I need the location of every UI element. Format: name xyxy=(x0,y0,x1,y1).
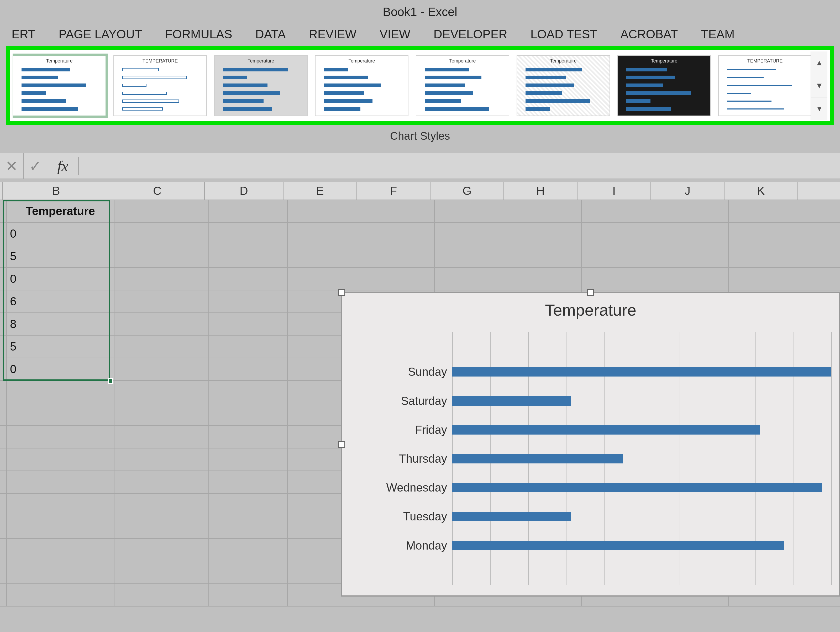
cell[interactable] xyxy=(0,494,7,516)
cell[interactable] xyxy=(361,200,435,222)
chart-styles-scroll-up[interactable]: ▲ xyxy=(811,51,827,74)
chart-styles-more[interactable]: ▾ xyxy=(811,97,827,120)
cell-B3[interactable]: 5 xyxy=(7,245,114,267)
cell[interactable] xyxy=(114,245,209,267)
cell[interactable] xyxy=(7,426,114,448)
ribbon-tab-developer[interactable]: DEVELOPER xyxy=(422,27,519,41)
cell-B2[interactable]: 0 xyxy=(7,223,114,245)
chart-bar[interactable] xyxy=(452,454,623,463)
cell[interactable] xyxy=(361,223,435,245)
col-header-C[interactable]: C xyxy=(110,182,205,199)
cell[interactable] xyxy=(114,291,209,313)
chart-style-thumb-4[interactable]: Temperature xyxy=(315,55,409,116)
cell[interactable] xyxy=(209,471,288,493)
cell[interactable] xyxy=(361,245,435,267)
cell[interactable] xyxy=(7,494,114,516)
col-header-K[interactable]: K xyxy=(725,182,798,199)
cell[interactable] xyxy=(655,223,729,245)
chart-style-thumb-1[interactable]: Temperature xyxy=(13,55,106,116)
cell[interactable] xyxy=(655,200,729,222)
chart-bar[interactable] xyxy=(452,367,831,376)
embedded-chart[interactable]: Temperature SundaySaturdayFridayThursday… xyxy=(341,292,840,597)
cell[interactable] xyxy=(114,426,209,448)
cell[interactable] xyxy=(0,336,7,358)
cell[interactable] xyxy=(508,200,582,222)
cell[interactable] xyxy=(655,245,729,267)
cell[interactable] xyxy=(209,313,288,335)
col-header-G[interactable]: G xyxy=(431,182,504,199)
cell[interactable] xyxy=(209,381,288,403)
cell[interactable] xyxy=(209,426,288,448)
cell[interactable] xyxy=(508,268,582,290)
chart-title[interactable]: Temperature xyxy=(342,293,839,327)
col-header-D[interactable]: D xyxy=(205,182,284,199)
cell[interactable] xyxy=(7,381,114,403)
cell-B5[interactable]: 6 xyxy=(7,291,114,313)
cell[interactable] xyxy=(209,539,288,561)
cell[interactable] xyxy=(0,584,7,606)
cell[interactable] xyxy=(729,200,802,222)
formula-cancel-button[interactable]: ✕ xyxy=(0,153,24,179)
formula-enter-button[interactable]: ✓ xyxy=(24,153,47,179)
cell[interactable] xyxy=(114,223,209,245)
chart-style-thumb-2[interactable]: TEMPERATURE xyxy=(114,55,207,116)
chart-style-thumb-6[interactable]: Temperature xyxy=(516,55,610,116)
col-header-B[interactable]: B xyxy=(3,182,110,199)
cell[interactable] xyxy=(508,223,582,245)
ribbon-tab-load-test[interactable]: LOAD TEST xyxy=(519,27,609,41)
chart-bar[interactable] xyxy=(452,512,571,521)
cell[interactable] xyxy=(209,336,288,358)
cell[interactable] xyxy=(209,516,288,538)
cell[interactable] xyxy=(7,449,114,471)
chart-resize-handle-top[interactable] xyxy=(587,289,594,296)
cell[interactable] xyxy=(729,245,802,267)
col-header-J[interactable]: J xyxy=(651,182,725,199)
ribbon-tab-insert[interactable]: ERT xyxy=(0,27,47,41)
cell-B6[interactable]: 8 xyxy=(7,313,114,335)
cell[interactable] xyxy=(209,358,288,380)
chart-bar[interactable] xyxy=(452,541,784,550)
cell[interactable] xyxy=(0,403,7,425)
chart-bar[interactable] xyxy=(452,483,822,492)
cell[interactable] xyxy=(114,268,209,290)
cell[interactable] xyxy=(0,200,7,222)
cell[interactable] xyxy=(582,200,655,222)
cell[interactable] xyxy=(0,539,7,561)
cell[interactable] xyxy=(0,426,7,448)
cell[interactable] xyxy=(209,268,288,290)
ribbon-tab-page-layout[interactable]: PAGE LAYOUT xyxy=(47,27,153,41)
cell[interactable] xyxy=(209,561,288,583)
cell[interactable] xyxy=(0,358,7,380)
cell-B-header[interactable]: Temperature xyxy=(7,200,114,222)
selection-handle[interactable] xyxy=(107,378,114,384)
cell[interactable] xyxy=(0,471,7,493)
chart-style-thumb-5[interactable]: Temperature xyxy=(416,55,509,116)
cell[interactable] xyxy=(582,268,655,290)
ribbon-tab-acrobat[interactable]: ACROBAT xyxy=(609,27,689,41)
cell[interactable] xyxy=(209,245,288,267)
cell[interactable] xyxy=(114,200,209,222)
cell[interactable] xyxy=(114,539,209,561)
ribbon-tab-data[interactable]: DATA xyxy=(244,27,297,41)
fx-icon[interactable]: fx xyxy=(47,157,79,175)
cell[interactable] xyxy=(288,223,361,245)
cell[interactable] xyxy=(435,245,508,267)
cell[interactable] xyxy=(114,313,209,335)
cell[interactable] xyxy=(582,245,655,267)
cell[interactable] xyxy=(209,223,288,245)
ribbon-tab-view[interactable]: VIEW xyxy=(368,27,422,41)
col-header-F[interactable]: F xyxy=(357,182,431,199)
cell[interactable] xyxy=(435,223,508,245)
chart-styles-scroll-down[interactable]: ▼ xyxy=(811,74,827,97)
cell[interactable] xyxy=(0,245,7,267)
cell[interactable] xyxy=(7,403,114,425)
cell[interactable] xyxy=(7,584,114,606)
chart-style-thumb-7[interactable]: Temperature xyxy=(617,55,711,116)
cell[interactable] xyxy=(0,291,7,313)
ribbon-tab-team[interactable]: TEAM xyxy=(689,27,746,41)
chart-bar[interactable] xyxy=(452,396,571,406)
cell[interactable] xyxy=(7,561,114,583)
cell[interactable] xyxy=(7,516,114,538)
cell[interactable] xyxy=(582,223,655,245)
cell[interactable] xyxy=(114,403,209,425)
